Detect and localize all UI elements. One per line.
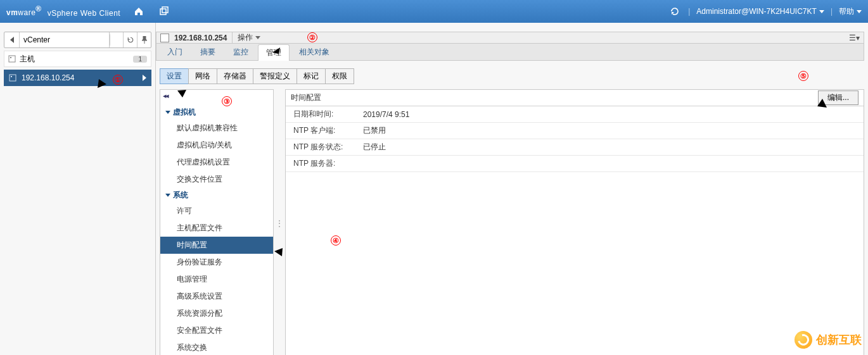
brand-ware: ware bbox=[18, 9, 35, 18]
subtab-alarm[interactable]: 警报定义 bbox=[253, 68, 297, 84]
chevron-down-icon bbox=[857, 10, 862, 13]
kv-row-datetime: 日期和时间: 2019/7/4 9:51 bbox=[286, 106, 864, 123]
nav-group-system[interactable]: 系统 bbox=[160, 188, 273, 202]
separator: | bbox=[688, 7, 690, 16]
svg-rect-0 bbox=[160, 9, 166, 15]
chevron-right-icon bbox=[143, 75, 146, 81]
hosts-label: 主机 bbox=[20, 54, 35, 65]
breadcrumb-text[interactable]: vCenter bbox=[20, 35, 109, 44]
nav-sys-resource[interactable]: 系统资源分配 bbox=[160, 305, 273, 322]
tab-monitor[interactable]: 监控 bbox=[225, 44, 257, 60]
object-bar: 192.168.10.254 操作 ☰▾ bbox=[156, 32, 864, 44]
brand-reg: ® bbox=[35, 4, 41, 13]
tab-summary[interactable]: 摘要 bbox=[192, 44, 224, 60]
kv-value: 已停止 bbox=[363, 142, 386, 153]
nav-vm-startup[interactable]: 虚拟机启动/关机 bbox=[160, 137, 273, 154]
forward-button[interactable] bbox=[109, 32, 123, 47]
content-panel: 192.168.10.254 操作 ☰▾ 入门 摘要 监控 管理 相关对象 设置… bbox=[156, 23, 868, 355]
nav-vm-agent[interactable]: 代理虚拟机设置 bbox=[160, 154, 273, 171]
brand-vm: vm bbox=[6, 9, 18, 18]
subtab-storage[interactable]: 存储器 bbox=[217, 68, 253, 84]
detail-title: 时间配置 bbox=[291, 92, 321, 103]
svg-rect-2 bbox=[9, 56, 15, 62]
nav-group-vm-label: 虚拟机 bbox=[173, 107, 196, 118]
kv-key: NTP 服务状态: bbox=[293, 142, 363, 153]
subtab-tags[interactable]: 标记 bbox=[297, 68, 326, 84]
nav-vm-swap[interactable]: 交换文件位置 bbox=[160, 171, 273, 188]
separator: | bbox=[831, 7, 833, 16]
hosts-count-badge: 1 bbox=[133, 56, 147, 63]
kv-key: NTP 客户端: bbox=[293, 125, 363, 136]
kv-key: NTP 服务器: bbox=[293, 158, 363, 169]
user-label: Administrator@WIN-7K2H4UIC7KT bbox=[696, 7, 817, 16]
brand-client: vSphere Web Client bbox=[48, 9, 121, 18]
host-group-icon bbox=[8, 55, 16, 63]
detail-pane: 时间配置 编辑... 日期和时间: 2019/7/4 9:51 NTP 客户端:… bbox=[285, 89, 864, 355]
refresh-icon[interactable] bbox=[668, 4, 682, 18]
collapse-icon[interactable]: ◂◂ bbox=[163, 92, 168, 100]
subtab-network[interactable]: 网络 bbox=[188, 68, 217, 84]
navigator-panel: vCenter 主机 1 192.168.10.254 bbox=[0, 23, 156, 355]
panel-menu-icon[interactable]: ☰▾ bbox=[849, 34, 860, 42]
edit-button[interactable]: 编辑... bbox=[818, 90, 858, 105]
actions-menu[interactable]: 操作 bbox=[232, 32, 265, 43]
kv-value: 2019/7/4 9:51 bbox=[363, 110, 409, 119]
host-ip-label: 192.168.10.254 bbox=[22, 73, 74, 82]
secondary-tabs: 设置 网络 存储器 警报定义 标记 权限 bbox=[160, 68, 864, 84]
kv-key: 日期和时间: bbox=[293, 109, 363, 120]
svg-rect-1 bbox=[162, 7, 168, 13]
host-icon bbox=[160, 34, 169, 42]
tab-getting-started[interactable]: 入门 bbox=[159, 44, 191, 60]
brand: vmware® vSphere Web Client bbox=[6, 4, 120, 18]
tab-related[interactable]: 相关对象 bbox=[291, 44, 338, 60]
nav-sys-swap[interactable]: 系统交换 bbox=[160, 339, 273, 355]
kv-row-ntp-server: NTP 服务器: bbox=[286, 156, 864, 172]
settings-nav: ◂◂ 虚拟机 默认虚拟机兼容性 虚拟机启动/关机 代理虚拟机设置 交换文件位置 … bbox=[160, 89, 274, 355]
nav-sys-time[interactable]: 时间配置 bbox=[160, 237, 273, 254]
history-button[interactable] bbox=[123, 32, 137, 47]
user-menu[interactable]: Administrator@WIN-7K2H4UIC7KT bbox=[696, 7, 824, 16]
nav-sys-power[interactable]: 电源管理 bbox=[160, 271, 273, 288]
nav-sys-auth[interactable]: 身份验证服务 bbox=[160, 254, 273, 271]
kv-row-ntp-status: NTP 服务状态: 已停止 bbox=[286, 139, 864, 156]
inventory-hosts-row[interactable]: 主机 1 bbox=[4, 51, 151, 67]
chevron-left-icon bbox=[10, 37, 14, 43]
nav-group-system-label: 系统 bbox=[173, 190, 188, 201]
help-label: 帮助 bbox=[839, 6, 854, 17]
nav-vm-compat[interactable]: 默认虚拟机兼容性 bbox=[160, 120, 273, 137]
chevron-right-icon bbox=[110, 32, 123, 47]
banner-right: | Administrator@WIN-7K2H4UIC7KT | 帮助 bbox=[656, 4, 862, 18]
breadcrumb-bar: vCenter bbox=[4, 32, 151, 48]
nav-sys-profile[interactable]: 主机配置文件 bbox=[160, 220, 273, 237]
nav-sys-advanced[interactable]: 高级系统设置 bbox=[160, 288, 273, 305]
nav-group-vm[interactable]: 虚拟机 bbox=[160, 105, 273, 120]
back-button[interactable] bbox=[4, 32, 20, 47]
new-window-icon[interactable] bbox=[157, 4, 171, 18]
help-menu[interactable]: 帮助 bbox=[839, 6, 862, 17]
svg-rect-5 bbox=[11, 76, 12, 77]
chevron-down-icon bbox=[165, 194, 170, 197]
subtab-settings[interactable]: 设置 bbox=[160, 68, 189, 84]
watermark-logo-icon bbox=[795, 331, 812, 349]
watermark: 创新互联 bbox=[795, 331, 862, 349]
host-item[interactable]: 192.168.10.254 bbox=[4, 70, 151, 86]
primary-tabs: 入门 摘要 监控 管理 相关对象 bbox=[156, 44, 864, 61]
svg-rect-4 bbox=[10, 75, 16, 81]
tab-manage[interactable]: 管理 bbox=[258, 44, 290, 61]
kv-value: 已禁用 bbox=[363, 125, 386, 136]
watermark-text: 创新互联 bbox=[816, 332, 862, 347]
detail-header: 时间配置 编辑... bbox=[286, 90, 864, 106]
nav-sys-security[interactable]: 安全配置文件 bbox=[160, 322, 273, 339]
chevron-down-icon bbox=[819, 10, 824, 13]
object-title: 192.168.10.254 bbox=[174, 34, 227, 42]
pin-button[interactable] bbox=[137, 32, 151, 47]
host-icon bbox=[9, 74, 16, 82]
subtab-permissions[interactable]: 权限 bbox=[325, 68, 354, 84]
chevron-down-icon bbox=[165, 111, 170, 114]
kv-row-ntp-client: NTP 客户端: 已禁用 bbox=[286, 123, 864, 139]
chevron-down-icon bbox=[255, 36, 260, 39]
home-icon[interactable] bbox=[132, 4, 146, 18]
top-banner: vmware® vSphere Web Client | Administrat… bbox=[0, 0, 868, 23]
splitter-handle[interactable]: ⋮ bbox=[278, 89, 281, 355]
nav-sys-license[interactable]: 许可 bbox=[160, 202, 273, 220]
